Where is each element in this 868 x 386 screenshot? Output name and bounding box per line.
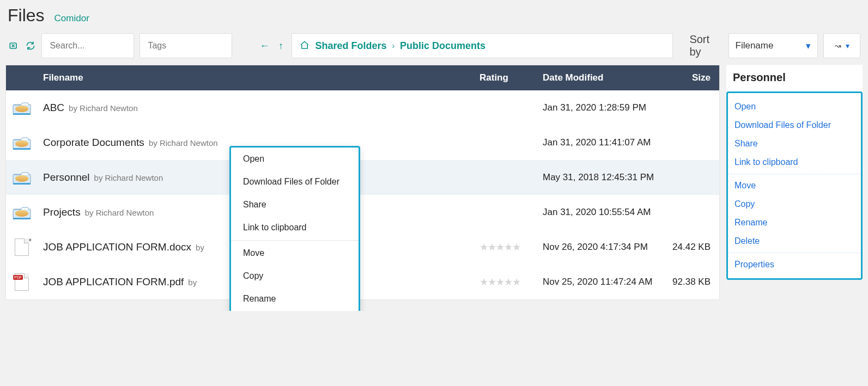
folder-icon <box>13 206 31 219</box>
nav-up-icon[interactable]: ↑ <box>275 40 286 52</box>
file-name[interactable]: ABC <box>43 102 64 114</box>
menu-item[interactable]: Share <box>231 193 359 216</box>
file-name[interactable]: JOB APPLICATION FORM.pdf <box>43 276 184 288</box>
menu-item[interactable]: Properties <box>728 255 861 274</box>
col-rating[interactable]: Rating <box>479 72 534 83</box>
side-panel: Personnel OpenDownload Files of FolderSh… <box>726 65 863 280</box>
breadcrumb-item[interactable]: Public Documents <box>400 40 485 52</box>
table-row[interactable]: Corporate Documentsby Richard NewtonJan … <box>6 125 719 160</box>
svg-rect-6 <box>13 148 31 150</box>
side-panel-title: Personnel <box>726 65 863 91</box>
rating-stars[interactable]: ★★★★★ <box>479 241 534 253</box>
home-icon[interactable] <box>300 40 309 52</box>
folder-icon <box>13 101 31 114</box>
file-byline: by Richard Newton <box>94 173 163 182</box>
file-name[interactable]: Corporate Documents <box>43 137 144 149</box>
file-byline: by Richard Newton <box>149 138 218 148</box>
date-modified: Jan 31, 2020 10:55:54 AM <box>534 207 665 218</box>
file-name[interactable]: JOB APPLICATION FORM.docx <box>43 241 191 253</box>
clear-icon[interactable] <box>8 40 19 52</box>
search-input[interactable] <box>41 33 134 58</box>
file-size: 24.42 KB <box>665 242 719 253</box>
menu-item[interactable]: Delete <box>231 310 359 311</box>
menu-item[interactable]: Link to clipboard <box>231 216 359 239</box>
folder-icon <box>13 171 31 184</box>
toolbar: ← ↑ Shared Folders › Public Documents So… <box>5 33 863 65</box>
date-modified: Jan 31, 2020 11:41:07 AM <box>534 137 665 148</box>
table-row[interactable]: Projectsby Richard NewtonJan 31, 2020 10… <box>6 195 719 230</box>
col-size[interactable]: Size <box>665 72 719 83</box>
svg-point-2 <box>15 106 28 112</box>
document-icon <box>15 238 29 256</box>
chevron-right-icon: › <box>392 41 394 50</box>
pdf-icon: PDF <box>15 273 29 291</box>
file-byline: by <box>196 243 204 252</box>
svg-point-8 <box>15 175 28 182</box>
menu-item[interactable]: Download Files of Folder <box>728 116 861 134</box>
menu-divider <box>231 240 359 241</box>
breadcrumb-item[interactable]: Shared Folders <box>315 40 386 52</box>
file-grid: Filename Rating Date Modified Size ABCby… <box>5 65 720 300</box>
table-row[interactable]: JOB APPLICATION FORM.docxby★★★★★Nov 26, … <box>6 230 719 265</box>
date-modified: May 31, 2018 12:45:31 PM <box>534 172 665 183</box>
menu-item[interactable]: Delete <box>728 232 861 250</box>
grid-header: Filename Rating Date Modified Size <box>6 65 719 90</box>
chevron-down-icon: ▾ <box>806 40 811 52</box>
col-date[interactable]: Date Modified <box>534 72 665 83</box>
file-name[interactable]: Projects <box>43 206 81 218</box>
file-byline: by Richard Newton <box>69 103 138 113</box>
menu-item[interactable]: Open <box>231 148 359 170</box>
svg-point-11 <box>15 210 28 217</box>
brand-link[interactable]: Comidor <box>54 13 89 24</box>
breadcrumb: Shared Folders › Public Documents <box>292 33 673 58</box>
nav-back-icon[interactable]: ← <box>259 40 270 52</box>
date-modified: Nov 25, 2020 11:47:24 AM <box>534 277 665 287</box>
side-panel-actions: OpenDownload Files of FolderShareLink to… <box>726 91 863 280</box>
tags-input[interactable] <box>139 33 232 58</box>
page-title: Files <box>8 5 45 26</box>
rating-stars[interactable]: ★★★★★ <box>479 276 534 288</box>
svg-point-5 <box>15 140 28 147</box>
menu-divider <box>728 253 861 253</box>
menu-item[interactable]: Move <box>728 176 861 195</box>
menu-divider <box>728 174 861 174</box>
context-menu: OpenDownload Files of FolderShareLink to… <box>229 146 360 311</box>
sort-direction[interactable]: ↝ ▾ <box>823 33 860 58</box>
file-byline: by <box>188 278 197 287</box>
menu-item[interactable]: Copy <box>231 265 359 287</box>
sort-value: Filename <box>736 40 774 51</box>
menu-item[interactable]: Rename <box>728 213 861 232</box>
col-filename[interactable]: Filename <box>38 72 479 83</box>
menu-item[interactable]: Link to clipboard <box>728 153 861 171</box>
date-modified: Nov 26, 2020 4:17:34 PM <box>534 242 665 253</box>
table-row[interactable]: ABCby Richard NewtonJan 31, 2020 1:28:59… <box>6 90 719 125</box>
date-modified: Jan 31, 2020 1:28:59 PM <box>534 102 665 113</box>
menu-item[interactable]: Download Files of Folder <box>231 170 359 193</box>
svg-rect-3 <box>13 113 31 115</box>
menu-item[interactable]: Share <box>728 134 861 153</box>
menu-item[interactable]: Copy <box>728 195 861 213</box>
folder-icon <box>13 136 31 149</box>
table-row[interactable]: Personnelby Richard NewtonMay 31, 2018 1… <box>6 160 719 195</box>
table-row[interactable]: PDFJOB APPLICATION FORM.pdfby★★★★★Nov 25… <box>6 265 719 299</box>
svg-rect-12 <box>13 218 31 219</box>
menu-item[interactable]: Open <box>728 97 861 116</box>
file-byline: by Richard Newton <box>85 208 154 217</box>
refresh-icon[interactable] <box>25 40 36 52</box>
menu-item[interactable]: Rename <box>231 287 359 310</box>
svg-rect-9 <box>13 183 31 185</box>
file-size: 92.38 KB <box>665 277 719 287</box>
sort-dir-icon: ↝ <box>835 41 841 50</box>
sort-select[interactable]: Filename ▾ <box>729 33 818 58</box>
sort-label: Sort by <box>689 33 723 58</box>
title-row: Files Comidor <box>5 3 863 33</box>
chevron-down-icon: ▾ <box>846 41 849 50</box>
menu-item[interactable]: Move <box>231 242 359 265</box>
file-name[interactable]: Personnel <box>43 171 90 183</box>
